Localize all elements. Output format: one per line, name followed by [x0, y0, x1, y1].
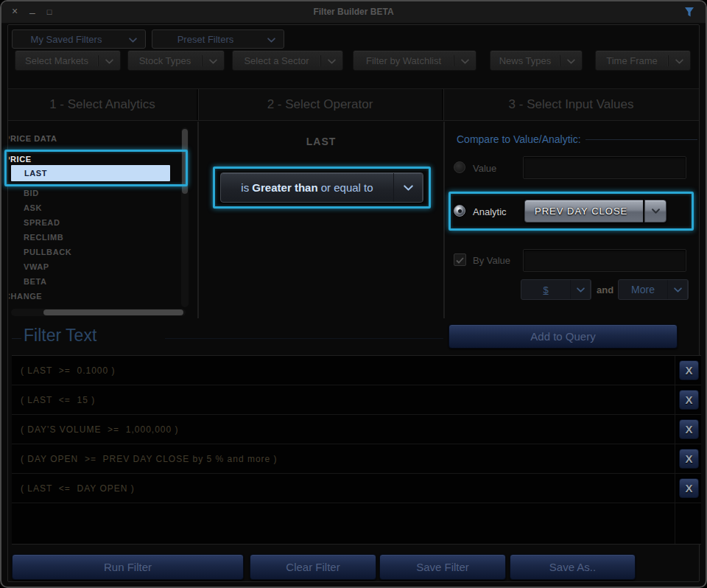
preset-filters-dropdown[interactable]: Preset Filters — [152, 29, 284, 49]
chevron-down-icon — [393, 173, 423, 202]
list-item-ask[interactable]: ASK — [9, 200, 180, 215]
filter-text-heading: Filter Text — [24, 326, 96, 346]
currency-label: $ — [521, 284, 570, 295]
delete-filter-button[interactable]: X — [679, 478, 699, 498]
analytic-radio[interactable] — [454, 205, 465, 217]
chevron-down-icon — [258, 34, 284, 45]
list-item-reclimb[interactable]: RECLIMB — [9, 230, 180, 245]
add-to-query-button[interactable]: Add to Query — [449, 324, 678, 349]
select-markets-dropdown[interactable]: Select Markets — [15, 50, 121, 71]
list-group-price-data: PRICE DATA — [9, 131, 180, 146]
more-dropdown[interactable]: More — [618, 279, 689, 300]
operator-label: is Greater than or equal to — [221, 181, 393, 194]
list-item-bid[interactable]: BID — [9, 186, 180, 200]
value-radio[interactable] — [454, 161, 465, 173]
filter-row-text: ( LAST >= 0.1000 ) — [21, 365, 116, 376]
stock-types-label: Stock Types — [128, 55, 202, 66]
value-input[interactable] — [523, 156, 686, 179]
filter-text-rule-right — [165, 338, 443, 339]
filter-by-watchlist-dropdown[interactable]: Filter by Watchlist — [353, 50, 476, 71]
title-bar: × – □ Filter Builder BETA — [1, 1, 706, 24]
filter-row: ( LAST <= 15 ) X — [12, 385, 701, 415]
compare-section-label: Compare to Value/Analytic: — [457, 133, 581, 145]
horizontal-scrollbar[interactable] — [11, 309, 186, 316]
delete-filter-button[interactable]: X — [679, 449, 699, 469]
vertical-scrollbar-thumb[interactable] — [182, 129, 188, 194]
chevron-down-icon — [98, 55, 120, 66]
select-sector-dropdown[interactable]: Select a Sector — [232, 50, 343, 71]
filter-text-rule-left — [12, 338, 21, 339]
chevron-down-icon[interactable] — [644, 200, 666, 223]
list-item-price[interactable]: PRICE — [9, 152, 180, 167]
delete-filter-button[interactable]: X — [679, 419, 699, 439]
window-title: Filter Builder BETA — [1, 7, 706, 17]
filter-builder-window: × – □ Filter Builder BETA My Saved Filte… — [0, 0, 707, 588]
analytic-radio-label: Analytic — [473, 206, 507, 217]
step1-header: 1 - Select Analytics — [8, 89, 198, 120]
step-headers: 1 - Select Analytics 2 - Select Operator… — [8, 88, 699, 121]
section-rule — [585, 139, 697, 140]
chevron-down-icon — [202, 55, 224, 66]
filter-row: ( DAY OPEN >= PREV DAY CLOSE by 5 % and … — [12, 444, 701, 474]
select-sector-label: Select a Sector — [233, 55, 320, 66]
my-saved-filters-label: My Saved Filters — [13, 34, 120, 45]
check-icon — [456, 253, 464, 267]
chevron-down-icon — [667, 280, 688, 299]
step2-header: 2 - Select Operator — [198, 89, 443, 120]
list-item-vwap[interactable]: VWAP — [9, 259, 180, 274]
by-value-input[interactable] — [523, 249, 686, 272]
filter-row: ( LAST >= 0.1000 ) X — [12, 356, 701, 385]
chevron-down-icon — [668, 55, 690, 66]
filter-row-text: ( DAY'S VOLUME >= 1,000,000 ) — [21, 424, 179, 435]
news-types-label: News Types — [490, 55, 560, 66]
vertical-scrollbar[interactable] — [181, 127, 189, 307]
column-divider — [197, 122, 199, 318]
analytic-dropdown[interactable]: PREV DAY CLOSE — [524, 200, 666, 223]
and-label: and — [597, 284, 613, 295]
my-saved-filters-dropdown[interactable]: My Saved Filters — [12, 29, 146, 49]
save-filter-button[interactable]: Save Filter — [379, 554, 506, 580]
filter-row: ( DAY'S VOLUME >= 1,000,000 ) X — [12, 415, 701, 444]
analytics-list[interactable]: PRICE DATA PRICE LAST BID ASK SPREAD REC… — [9, 127, 180, 308]
chevron-down-icon — [560, 55, 582, 66]
currency-dropdown[interactable]: $ — [521, 279, 591, 300]
horizontal-scrollbar-thumb[interactable] — [43, 309, 183, 315]
run-filter-button[interactable]: Run Filter — [12, 554, 244, 580]
operator-dropdown[interactable]: is Greater than or equal to — [220, 172, 423, 203]
clear-filter-button[interactable]: Clear Filter — [250, 554, 376, 580]
preset-filters-label: Preset Filters — [152, 34, 258, 45]
filter-row-text: ( LAST <= 15 ) — [21, 395, 95, 405]
chevron-down-icon — [570, 280, 591, 299]
chevron-down-icon — [454, 55, 476, 66]
chevron-down-icon — [120, 34, 145, 45]
filter-row: ( LAST <= DAY OPEN ) X — [12, 474, 701, 503]
list-item-beta[interactable]: BETA — [9, 274, 180, 289]
by-value-checkbox[interactable] — [454, 253, 466, 266]
filter-row-text: ( LAST <= DAY OPEN ) — [21, 483, 135, 494]
by-value-label: By Value — [473, 255, 510, 266]
filter-funnel-icon — [684, 7, 694, 21]
more-label: More — [619, 284, 667, 295]
column-divider — [443, 122, 445, 318]
list-item-change[interactable]: CHANGE — [9, 289, 180, 304]
save-as-button[interactable]: Save As.. — [510, 554, 636, 580]
list-item-change-partial[interactable]: $ CHANGE — [9, 304, 180, 308]
list-item-pullback[interactable]: PULLBACK — [9, 245, 180, 259]
filter-by-watchlist-label: Filter by Watchlist — [354, 55, 454, 66]
value-radio-label: Value — [473, 163, 496, 174]
delete-filter-button[interactable]: X — [679, 390, 699, 410]
delete-filter-button[interactable]: X — [679, 360, 699, 380]
list-item-last-selected[interactable]: LAST — [11, 165, 170, 181]
operator-analytic-title: LAST — [199, 136, 443, 147]
filter-row-text: ( DAY OPEN >= PREV DAY CLOSE by 5 % and … — [21, 454, 278, 464]
time-frame-label: Time Frame — [596, 55, 668, 66]
news-types-dropdown[interactable]: News Types — [490, 50, 583, 71]
stock-types-dropdown[interactable]: Stock Types — [127, 50, 225, 71]
list-item-spread[interactable]: SPREAD — [9, 215, 180, 230]
time-frame-dropdown[interactable]: Time Frame — [595, 50, 691, 71]
chevron-down-icon — [320, 55, 342, 66]
analytic-dropdown-value: PREV DAY CLOSE — [524, 200, 643, 223]
select-markets-label: Select Markets — [15, 55, 98, 66]
filter-query-list: ( LAST >= 0.1000 ) X ( LAST <= 15 ) X ( … — [12, 355, 701, 545]
step3-header: 3 - Select Input Values — [443, 89, 699, 120]
